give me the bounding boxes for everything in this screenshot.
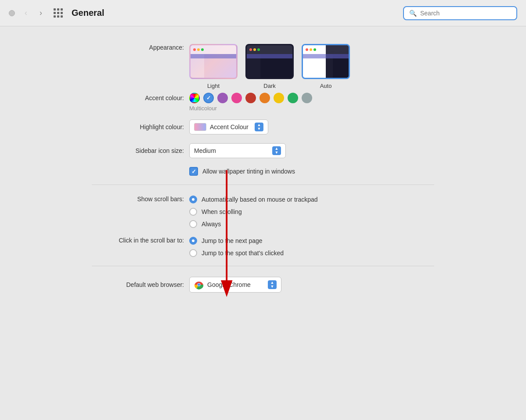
accent-orange[interactable]	[259, 93, 270, 103]
scroll-bars-scrolling-label: When scrolling	[202, 208, 242, 215]
checkmark-icon: ✓	[191, 169, 196, 174]
appearance-light-label: Light	[207, 83, 220, 89]
appearance-row: Appearance:	[92, 44, 434, 89]
sidebar-dropdown-arrow-icon: ▲▼	[272, 146, 281, 155]
default-browser-value: Google Chrome	[207, 281, 264, 288]
grid-dot	[54, 15, 56, 18]
chrome-icon	[194, 280, 204, 290]
highlight-colour-row: Highlight colour: Accent Colour ▲▼	[92, 119, 434, 134]
sidebar-icon-size-label: Sidebar icon size:	[92, 147, 184, 154]
default-browser-dropdown[interactable]: Google Chrome ▲▼	[189, 277, 281, 293]
click-next-page-radio[interactable]	[189, 237, 197, 245]
grid-dot	[57, 15, 59, 18]
grid-dot	[61, 12, 63, 14]
divider-1	[92, 185, 434, 185]
accent-red[interactable]	[245, 93, 256, 103]
default-browser-row: Default web browser: Google Chrome ▲▼	[92, 277, 434, 293]
show-scroll-bars-label: Show scroll bars:	[92, 196, 184, 203]
highlight-colour-label: Highlight colour:	[92, 123, 184, 130]
scroll-bars-auto-radio[interactable]	[189, 196, 197, 203]
wallpaper-tinting-checkbox[interactable]: ✓	[189, 167, 198, 176]
grid-apps-button[interactable]	[52, 7, 65, 19]
accent-multicolor[interactable]	[189, 93, 200, 103]
traffic-light	[9, 10, 15, 16]
click-next-page-option[interactable]: Jump to the next page	[189, 237, 284, 245]
back-button[interactable]: ‹	[22, 7, 30, 19]
scroll-bars-scrolling-radio[interactable]	[189, 208, 197, 216]
click-scroll-bar-label: Click in the scroll bar to:	[92, 237, 184, 244]
accent-colour-row: Accent colour:	[92, 93, 434, 103]
wallpaper-tinting-row: ✓ Allow wallpaper tinting in windows	[92, 167, 434, 176]
scroll-bars-auto-option[interactable]: Automatically based on mouse or trackpad	[189, 196, 318, 203]
grid-dot	[57, 12, 59, 14]
accent-colors	[189, 93, 312, 103]
appearance-thumb-light	[189, 44, 238, 79]
click-next-page-label: Jump to the next page	[202, 237, 263, 244]
click-spot-radio[interactable]	[189, 249, 197, 257]
appearance-option-dark[interactable]: Dark	[245, 44, 294, 89]
scroll-bars-always-radio[interactable]	[189, 220, 197, 228]
scroll-bars-auto-label: Automatically based on mouse or trackpad	[202, 196, 318, 203]
highlight-swatch	[194, 123, 206, 131]
sidebar-icon-size-row: Sidebar icon size: Medium ▲▼	[92, 143, 434, 158]
show-scroll-bars-row: Show scroll bars: Automatically based on…	[92, 196, 434, 228]
appearance-dark-label: Dark	[263, 83, 275, 89]
grid-dot	[61, 15, 63, 18]
grid-dot	[54, 12, 56, 14]
accent-purple[interactable]	[217, 93, 228, 103]
titlebar: ‹ › General 🔍	[0, 0, 526, 26]
settings-content: Appearance:	[65, 26, 461, 319]
accent-green[interactable]	[288, 93, 298, 103]
wallpaper-tinting-label: Allow wallpaper tinting in windows	[202, 168, 295, 175]
svg-point-3	[198, 283, 200, 286]
dropdown-arrow-icon: ▲▼	[255, 123, 263, 131]
accent-pink[interactable]	[231, 93, 242, 103]
scroll-bars-scrolling-option[interactable]: When scrolling	[189, 208, 318, 216]
grid-dot	[61, 8, 63, 11]
appearance-option-auto[interactable]: Auto	[302, 44, 350, 89]
search-icon: 🔍	[409, 10, 417, 17]
search-input[interactable]	[420, 10, 511, 17]
grid-dot	[54, 8, 56, 11]
show-scroll-bars-options: Automatically based on mouse or trackpad…	[189, 196, 318, 228]
sidebar-icon-size-dropdown[interactable]: Medium ▲▼	[189, 143, 286, 158]
page-title: General	[72, 8, 396, 18]
accent-colour-label: Accent colour:	[92, 94, 184, 101]
click-scroll-bar-row: Click in the scroll bar to: Jump to the …	[92, 237, 434, 257]
divider-2	[92, 266, 434, 266]
multicolour-label: Multicolour	[92, 105, 434, 112]
accent-yellow[interactable]	[274, 93, 284, 103]
scroll-bars-always-label: Always	[202, 221, 221, 228]
click-scroll-bar-options: Jump to the next page Jump to the spot t…	[189, 237, 284, 257]
click-spot-option[interactable]: Jump to the spot that's clicked	[189, 249, 284, 257]
appearance-option-light[interactable]: Light	[189, 44, 238, 89]
sidebar-icon-size-value: Medium	[194, 147, 269, 154]
appearance-label: Appearance:	[92, 44, 184, 51]
browser-dropdown-arrow-icon: ▲▼	[268, 280, 277, 289]
appearance-options: Light	[189, 44, 350, 89]
forward-button[interactable]: ›	[37, 7, 45, 19]
highlight-colour-value: Accent Colour	[210, 123, 251, 130]
highlight-colour-dropdown[interactable]: Accent Colour ▲▼	[189, 119, 268, 134]
grid-dot	[57, 8, 59, 11]
scroll-bars-always-option[interactable]: Always	[189, 220, 318, 228]
click-spot-label: Jump to the spot that's clicked	[202, 250, 284, 257]
accent-graphite[interactable]	[302, 93, 312, 103]
default-browser-label: Default web browser:	[92, 281, 184, 288]
search-box[interactable]: 🔍	[403, 6, 517, 20]
appearance-thumb-auto	[302, 44, 350, 79]
accent-blue[interactable]	[203, 93, 214, 103]
appearance-auto-label: Auto	[320, 83, 332, 89]
appearance-thumb-dark	[245, 44, 294, 79]
